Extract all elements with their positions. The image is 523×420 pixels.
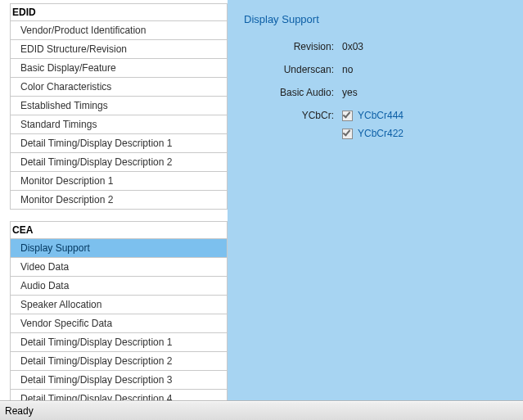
nav-item-standard-timings[interactable]: Standard Timings [10,115,228,134]
field-basic-audio-value: yes [342,86,358,99]
checkbox-ycbcr444-label: YCbCr444 [358,109,404,122]
nav-group-header-cea: CEA [10,221,228,238]
nav-item-video-data[interactable]: Video Data [10,258,228,277]
nav-item-monitor-description-2[interactable]: Monitor Description 2 [10,191,228,210]
field-basic-audio-label: Basic Audio: [244,86,342,99]
field-revision-label: Revision: [244,40,342,53]
nav-item-speaker-allocation[interactable]: Speaker Allocation [10,296,228,314]
field-underscan-value: no [342,63,353,76]
detail-title: Display Support [244,13,513,25]
nav-item-edid-structure-revision[interactable]: EDID Structure/Revision [10,40,228,59]
nav-group-edid: Vendor/Product Identification EDID Struc… [10,20,228,210]
field-ycbcr-options: YCbCr444 YCbCr422 [342,109,404,145]
detail-panel: Display Support Revision: 0x03 Underscan… [228,0,523,400]
nav-item-established-timings[interactable]: Established Timings [10,97,228,115]
status-text: Ready [5,405,34,417]
nav-item-cea-detail-timing-1[interactable]: Detail Timing/Display Description 1 [10,333,228,352]
nav-item-cea-detail-timing-4[interactable]: Detail Timing/Display Description 4 [10,390,228,400]
main-area: EDID Vendor/Product Identification EDID … [0,0,523,401]
field-ycbcr-label: YCbCr: [244,109,342,122]
nav-group-cea: Display Support Video Data Audio Data Sp… [10,238,228,400]
field-underscan-label: Underscan: [244,63,342,76]
status-bar: Ready [0,401,523,420]
field-basic-audio: Basic Audio: yes [244,86,513,99]
nav-item-basic-display-feature[interactable]: Basic Display/Feature [10,59,228,78]
checkbox-ycbcr444[interactable] [342,111,353,121]
field-underscan: Underscan: no [244,63,513,76]
nav-item-cea-detail-timing-3[interactable]: Detail Timing/Display Description 3 [10,371,228,390]
nav-item-audio-data[interactable]: Audio Data [10,277,228,296]
field-revision-value: 0x03 [342,40,363,53]
nav-item-vendor-specific-data[interactable]: Vendor Specific Data [10,314,228,333]
checkbox-ycbcr422[interactable] [342,129,353,139]
nav-item-monitor-description-1[interactable]: Monitor Description 1 [10,172,228,191]
field-ycbcr: YCbCr: YCbCr444 YCbCr422 [244,109,513,145]
nav-item-vendor-product-identification[interactable]: Vendor/Product Identification [10,21,228,40]
app-root: EDID Vendor/Product Identification EDID … [0,0,523,420]
nav-item-cea-detail-timing-2[interactable]: Detail Timing/Display Description 2 [10,352,228,371]
field-revision: Revision: 0x03 [244,40,513,53]
nav-item-edid-detail-timing-2[interactable]: Detail Timing/Display Description 2 [10,153,228,172]
nav-item-display-support[interactable]: Display Support [10,239,228,258]
checkbox-row-ycbcr444: YCbCr444 [342,109,404,122]
nav-item-color-characteristics[interactable]: Color Characteristics [10,78,228,97]
nav-group-header-edid: EDID [10,3,228,20]
nav-tree: EDID Vendor/Product Identification EDID … [0,0,228,400]
checkbox-ycbcr422-label: YCbCr422 [358,127,404,140]
nav-item-edid-detail-timing-1[interactable]: Detail Timing/Display Description 1 [10,134,228,153]
checkbox-row-ycbcr422: YCbCr422 [342,127,404,140]
